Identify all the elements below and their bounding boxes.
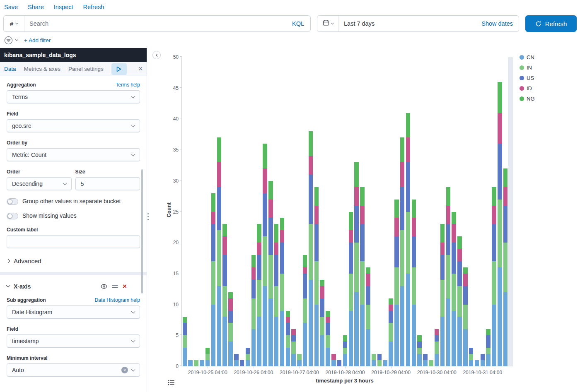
date-histogram-help-link[interactable]: Date Histogram help: [95, 297, 140, 303]
order-by-select[interactable]: Metric: Count: [7, 148, 140, 161]
bar-2019-10-27 04:00[interactable]: [297, 354, 302, 366]
legend-toggle-button[interactable]: [167, 379, 176, 387]
order-select[interactable]: Descending: [7, 177, 72, 190]
bar-2019-10-31 10:00[interactable]: [492, 187, 496, 366]
bar-2019-10-28 01:00[interactable]: [337, 360, 342, 366]
custom-label-input[interactable]: [7, 235, 140, 248]
calendar-menu-button[interactable]: [317, 16, 339, 31]
drag-handle-icon[interactable]: [112, 285, 118, 288]
legend-item-CN[interactable]: CN: [520, 54, 535, 60]
tab-metrics-axes[interactable]: Metrics & axes: [24, 66, 61, 72]
bar-2019-10-26 22:00[interactable]: [286, 311, 290, 366]
bar-2019-10-26 16:00[interactable]: [274, 224, 279, 366]
legend-item-US[interactable]: US: [520, 75, 535, 81]
refresh-link[interactable]: Refresh: [83, 4, 104, 10]
legend-item-IN[interactable]: IN: [520, 65, 535, 71]
bar-2019-10-30 19:00[interactable]: [463, 267, 468, 366]
inspect-link[interactable]: Inspect: [54, 4, 73, 10]
bar-2019-10-28 22:00[interactable]: [377, 354, 382, 366]
bar-2019-10-29 22:00[interactable]: [423, 354, 428, 366]
tab-data[interactable]: Data: [4, 66, 16, 72]
bar-2019-10-25 22:00[interactable]: [240, 360, 244, 366]
sub-aggregation-select[interactable]: Date Histogram: [7, 305, 140, 319]
refresh-button[interactable]: Refresh: [525, 15, 577, 32]
remove-x-axis-icon[interactable]: ×: [123, 283, 127, 290]
bar-2019-10-28 07:00[interactable]: [349, 212, 353, 366]
bar-2019-10-29 19:00[interactable]: [417, 335, 422, 366]
bar-2019-10-31 13:00[interactable]: [498, 82, 502, 366]
share-link[interactable]: Share: [28, 4, 44, 10]
bar-2019-10-29 01:00[interactable]: [383, 360, 388, 366]
bar-2019-10-31 04:00[interactable]: [481, 354, 485, 366]
bar-2019-10-29 10:00[interactable]: [400, 137, 405, 366]
field-select[interactable]: geo.src: [7, 119, 140, 132]
bar-2019-10-30 07:00[interactable]: [440, 224, 445, 366]
bar-2019-10-29 13:00[interactable]: [406, 113, 411, 367]
size-input[interactable]: [75, 177, 140, 190]
filter-settings-icon[interactable]: [4, 36, 13, 45]
sidebar-scrollbar[interactable]: [141, 169, 143, 293]
bar-2019-10-30 04:00[interactable]: [435, 329, 439, 366]
time-range-value[interactable]: Last 7 days: [339, 20, 476, 27]
bar-2019-10-27 13:00[interactable]: [314, 187, 319, 366]
bar-2019-10-26 19:00[interactable]: [280, 218, 285, 366]
bar-2019-10-27 19:00[interactable]: [326, 311, 330, 366]
bar-2019-10-25 13:00[interactable]: [222, 224, 227, 366]
bar-2019-10-30 22:00[interactable]: [469, 348, 474, 366]
group-other-values-toggle[interactable]: [7, 198, 18, 205]
aggregation-select[interactable]: Terms: [7, 90, 140, 103]
eye-icon[interactable]: [101, 283, 107, 290]
x-axis-section-header[interactable]: X-axis ×: [7, 283, 140, 290]
x-axis-field-select[interactable]: timestamp: [7, 334, 140, 348]
bar-2019-10-26 01:00[interactable]: [246, 348, 250, 366]
minimum-interval-select[interactable]: Auto ×: [7, 363, 140, 377]
bar-2019-10-25 10:00[interactable]: [217, 137, 222, 366]
bar-2019-10-30 16:00[interactable]: [457, 236, 462, 366]
collapse-sidebar-button[interactable]: [152, 51, 161, 59]
bar-2019-10-31 16:00[interactable]: [503, 168, 508, 366]
apply-changes-button[interactable]: [111, 63, 127, 75]
bar-2019-10-30 13:00[interactable]: [452, 212, 456, 366]
bar-2019-10-27 01:00[interactable]: [291, 329, 296, 366]
show-dates-link[interactable]: Show dates: [476, 20, 519, 27]
bar-2019-10-28 04:00[interactable]: [343, 335, 348, 366]
tab-panel-settings[interactable]: Panel settings: [68, 66, 104, 72]
advanced-accordion[interactable]: Advanced: [7, 257, 140, 265]
bar-2019-10-28 10:00[interactable]: [354, 162, 359, 366]
save-link[interactable]: Save: [4, 4, 18, 10]
bar-2019-10-25 07:00[interactable]: [211, 193, 216, 366]
kql-language-button[interactable]: KQL: [286, 20, 310, 27]
add-filter-link[interactable]: + Add filter: [24, 37, 51, 43]
bar-2019-10-27 22:00[interactable]: [331, 354, 336, 366]
bar-2019-10-25 16:00[interactable]: [228, 292, 233, 366]
panel-resizer-handle[interactable]: [147, 213, 149, 220]
bar-2019-10-24 19:00[interactable]: [188, 360, 193, 366]
bar-2019-10-27 16:00[interactable]: [320, 280, 324, 366]
bar-2019-10-28 16:00[interactable]: [366, 267, 370, 366]
clear-selection-icon[interactable]: ×: [121, 367, 128, 373]
bar-2019-10-25 01:00[interactable]: [200, 360, 204, 366]
bar-2019-10-29 16:00[interactable]: [412, 200, 416, 366]
bar-2019-10-27 07:00[interactable]: [303, 255, 307, 366]
bar-2019-10-31 01:00[interactable]: [475, 360, 479, 366]
bar-2019-10-29 07:00[interactable]: [394, 200, 399, 366]
saved-query-menu-button[interactable]: #: [4, 16, 24, 31]
bar-2019-10-30 10:00[interactable]: [446, 187, 451, 366]
legend-item-ID[interactable]: ID: [520, 85, 535, 91]
bar-2019-10-26 04:00[interactable]: [251, 255, 256, 366]
legend-item-NG[interactable]: NG: [520, 96, 535, 102]
search-input[interactable]: [24, 16, 286, 31]
bar-2019-10-28 13:00[interactable]: [360, 187, 365, 366]
bar-2019-10-26 10:00[interactable]: [263, 144, 267, 366]
bar-2019-10-24 22:00[interactable]: [194, 360, 198, 366]
bar-2019-10-26 07:00[interactable]: [257, 224, 261, 366]
bar-2019-10-25 04:00[interactable]: [205, 348, 210, 366]
bar-2019-10-26 13:00[interactable]: [268, 181, 273, 366]
bar-2019-10-31 07:00[interactable]: [486, 329, 491, 366]
terms-help-link[interactable]: Terms help: [116, 82, 140, 88]
bar-2019-10-24 16:00[interactable]: [183, 317, 187, 367]
bar-2019-10-25 19:00[interactable]: [234, 354, 239, 366]
bar-2019-10-28 19:00[interactable]: [372, 354, 376, 366]
bar-2019-10-27 10:00[interactable]: [309, 131, 313, 366]
discard-changes-button[interactable]: ×: [135, 63, 147, 75]
